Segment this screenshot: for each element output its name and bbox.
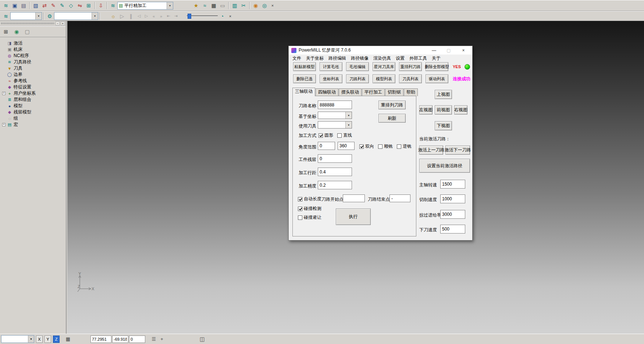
list-icon[interactable]: ☰ [150,336,158,343]
delete-selected-button[interactable]: 删除已选 [293,74,316,83]
go-end-icon[interactable]: ⇥ [172,12,179,20]
chevron-down-icon[interactable]: ▾ [167,2,173,9]
tool-database-icon[interactable]: ★ [192,1,200,10]
step-forward-icon[interactable]: ▷ [143,12,150,20]
tree-item-patterns[interactable]: ≈ 参考线 [1,78,65,84]
drive-list-button[interactable]: 驱动列表 [426,74,448,83]
block-box-icon[interactable]: ▢ [23,27,32,36]
auto-length-checkbox[interactable]: 自动长度 [298,196,321,202]
collision-avoid-checkbox[interactable]: 碰撞避让 [298,214,321,221]
toolpath-name-input[interactable] [318,101,352,109]
model-list-button[interactable]: 模型列表 [373,74,395,83]
coord-z-input[interactable] [129,336,145,343]
checkbox-icon[interactable] [319,133,323,138]
chevron-down-icon[interactable]: ▾ [345,112,352,119]
menu-path-mirror[interactable]: 路径镜像 [351,55,369,62]
z-axis-button[interactable]: Z [53,336,60,343]
checkbox-icon[interactable] [359,144,364,149]
sim-speed-slider[interactable] [187,14,218,19]
cut-icon[interactable]: ✂ [239,1,248,10]
sim-layers-icon[interactable]: ≋ [1,12,10,20]
fast-forward-icon[interactable]: » [157,12,165,20]
execute-button[interactable]: 执行 [336,208,371,225]
tree-item-stock-models[interactable]: ◆ 残留模型 [1,109,65,115]
chevron-down-icon[interactable]: ▾ [345,122,352,128]
toolbar-close-icon[interactable]: × [269,1,276,10]
menu-settings[interactable]: 设置 [396,55,405,62]
view-top-button[interactable]: 上视图 [435,90,452,99]
edit-model-icon[interactable]: ✎ [49,1,58,10]
edit-block-button[interactable]: 毛坯编辑 [346,62,369,71]
checkbox-icon[interactable] [397,144,401,149]
tab-saw[interactable]: 切割锯 [385,88,403,96]
end-point-input[interactable] [389,194,410,202]
statistics-icon[interactable]: ≈ [200,1,209,10]
copy-icon[interactable]: ⊞ [84,1,93,10]
collision-check-checkbox[interactable]: 碰撞检测 [298,206,321,212]
delete-all-models-button[interactable]: 删除全部模型 [426,62,448,71]
slider-handle[interactable] [188,14,191,19]
edit-toolpath-icon[interactable]: ✎ [58,1,67,10]
coord-y-input[interactable] [112,336,128,343]
tree-item-models[interactable]: ● 模型 [1,103,65,109]
play-icon[interactable]: ▷ [118,12,127,20]
sim-clock-icon[interactable]: ◔ [218,12,227,20]
toolpath-list-button[interactable]: 刀路列表 [346,74,369,83]
use-tool-combo[interactable]: ▾ [318,121,352,129]
hierarchy-icon[interactable]: ⊞ [1,27,10,36]
checkbox-icon[interactable] [298,215,302,220]
tree-item-feature-sets[interactable]: ◆ 特征设置 [1,84,65,90]
mirror-icon[interactable]: ⇋ [75,1,84,10]
go-start-icon[interactable]: ⇤ [165,12,172,20]
climb-checkbox[interactable]: 顺铣 [378,143,393,150]
tree-item-workplanes[interactable]: + + 用户坐标系 [1,90,65,96]
menu-coords[interactable]: 关于坐标 [306,55,324,62]
save-icon[interactable]: ▣ [10,1,19,10]
statusbar-combo[interactable]: ▾ [1,335,34,343]
spindle-speed-input[interactable] [440,180,465,189]
pin-icon[interactable]: ▫ [56,21,60,25]
chevron-down-icon[interactable]: ▾ [92,13,98,20]
x-axis-button[interactable]: X [36,336,43,343]
strategy-combo[interactable]: ▤ 平行精加工 ▾ [117,2,173,10]
view-bottom-button[interactable]: 下视图 [435,121,452,130]
chart-icon[interactable]: ▥ [230,1,239,10]
transform-icon[interactable]: ⇄ [40,1,49,10]
layers-icon[interactable]: ≋ [1,1,10,10]
grid-snap-icon[interactable]: ▦ [64,336,72,343]
close-icon[interactable]: × [461,48,466,53]
activate-next-button[interactable]: 激活下一刀路 [445,145,470,155]
sim-tool-combo[interactable]: ▾ [10,12,42,20]
angle-end-input[interactable] [338,142,355,150]
circle-checkbox[interactable]: 圆形 [319,132,333,138]
menu-path-edit[interactable]: 路径编辑 [328,55,346,62]
rearrange-toolpaths-button[interactable]: 重排列刀路 [399,62,422,71]
activate-prev-button[interactable]: 激活上一刀路 [419,145,443,155]
print-icon[interactable]: ▤ [19,1,28,10]
stock-remaining-input[interactable] [318,154,352,163]
paste-new-model-button[interactable]: 粘贴新模型 [293,62,316,71]
tree-expander[interactable]: + [2,123,6,126]
strategy-layers-icon[interactable]: ≋ [108,1,117,10]
light-icon[interactable]: ☼ [109,12,118,20]
angle-start-input[interactable] [318,142,335,150]
cutting-speed-input[interactable] [440,194,465,203]
start-point-input[interactable] [343,194,365,202]
stepover-input[interactable] [318,168,352,176]
chevron-down-icon[interactable]: ▾ [35,13,42,20]
axes-icon[interactable]: + [158,336,166,343]
pattern-icon[interactable]: ◇ [67,1,75,10]
tree-item-tools[interactable]: ▼ 刀具 [1,65,65,71]
tree-item-toolpaths[interactable]: ≋ 刀具路径 [1,59,65,65]
tolerance-input[interactable] [318,181,352,189]
menu-file[interactable]: 文件 [292,55,301,62]
drag-grip[interactable] [1,22,54,24]
view-front-button[interactable]: 前视图 [435,105,452,115]
checkbox-icon[interactable] [298,207,302,211]
window-layout-icon[interactable]: ◫ [198,336,206,343]
tab-parallel[interactable]: 平行加工 [362,88,385,96]
view-left-button[interactable]: 左视图 [419,105,433,115]
pause-icon[interactable]: ∥ [127,12,135,20]
skim-feed-input[interactable] [440,210,465,219]
sim-toolbar-close-icon[interactable]: × [227,12,234,20]
